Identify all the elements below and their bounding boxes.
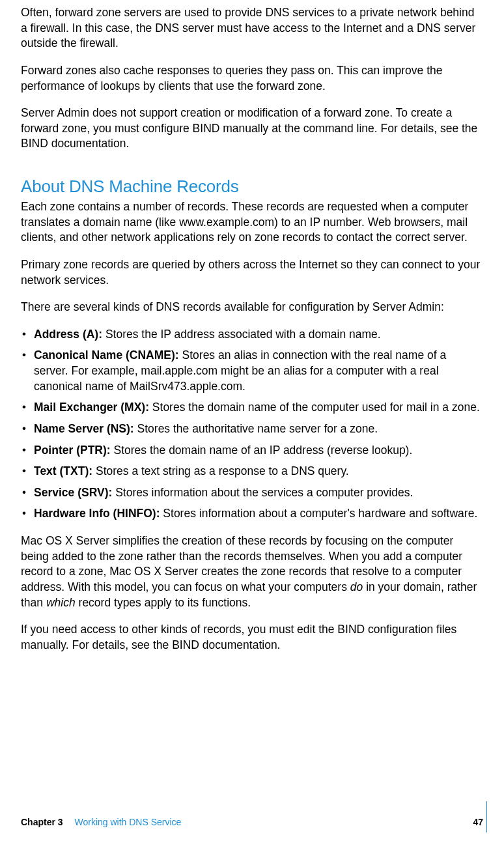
paragraph: Each zone contains a number of records. … <box>21 199 483 246</box>
footer-rule <box>486 801 487 832</box>
section-heading: About DNS Machine Records <box>21 175 483 198</box>
paragraph: Forward zones also cache responses to qu… <box>21 63 483 94</box>
record-term: Name Server (NS): <box>34 422 137 435</box>
record-desc: Stores information about the services a … <box>115 486 413 499</box>
list-item: Text (TXT): Stores a text string as a re… <box>21 464 483 479</box>
record-desc: Stores the IP address associated with a … <box>105 328 381 341</box>
record-desc: Stores the domain name of the computer u… <box>152 401 480 414</box>
paragraph: Often, forward zone servers are used to … <box>21 5 483 51</box>
page-content: Often, forward zone servers are used to … <box>0 0 504 653</box>
record-desc: Stores a text string as a response to a … <box>96 464 349 477</box>
footer-left: Chapter 3 Working with DNS Service <box>21 816 181 829</box>
chapter-title: Working with DNS Service <box>74 817 181 827</box>
footer-inner: Chapter 3 Working with DNS Service 47 <box>21 816 483 829</box>
list-item: Name Server (NS): Stores the authoritati… <box>21 421 483 437</box>
list-item: Mail Exchanger (MX): Stores the domain n… <box>21 400 483 416</box>
record-desc: Stores the authoritative name server for… <box>137 422 378 435</box>
record-term: Mail Exchanger (MX): <box>34 401 152 414</box>
list-item: Canonical Name (CNAME): Stores an alias … <box>21 348 483 394</box>
record-term: Canonical Name (CNAME): <box>34 348 182 362</box>
record-term: Hardware Info (HINFO): <box>34 507 163 520</box>
paragraph: Mac OS X Server simplifies the creation … <box>21 533 483 610</box>
page-footer: Chapter 3 Working with DNS Service 47 <box>0 816 504 829</box>
list-item: Hardware Info (HINFO): Stores informatio… <box>21 506 483 522</box>
record-term: Address (A): <box>34 328 105 341</box>
list-item: Address (A): Stores the IP address assoc… <box>21 327 483 343</box>
record-desc: Stores information about a computer's ha… <box>163 507 477 520</box>
records-list: Address (A): Stores the IP address assoc… <box>21 327 483 522</box>
paragraph: Server Admin does not support creation o… <box>21 106 483 152</box>
record-term: Pointer (PTR): <box>34 444 114 457</box>
list-item: Service (SRV): Stores information about … <box>21 485 483 501</box>
record-term: Service (SRV): <box>34 486 115 499</box>
paragraph: If you need access to other kinds of rec… <box>21 622 483 653</box>
text-run: record types apply to its functions. <box>76 596 251 609</box>
chapter-label: Chapter 3 <box>21 817 63 827</box>
record-desc: Stores the domain name of an IP address … <box>114 444 413 457</box>
paragraph: Primary zone records are queried by othe… <box>21 257 483 288</box>
italic-text: which <box>46 596 76 609</box>
paragraph: There are several kinds of DNS records a… <box>21 300 483 315</box>
italic-text: do <box>350 580 363 593</box>
record-term: Text (TXT): <box>34 464 96 477</box>
page-number: 47 <box>473 816 483 829</box>
list-item: Pointer (PTR): Stores the domain name of… <box>21 443 483 459</box>
